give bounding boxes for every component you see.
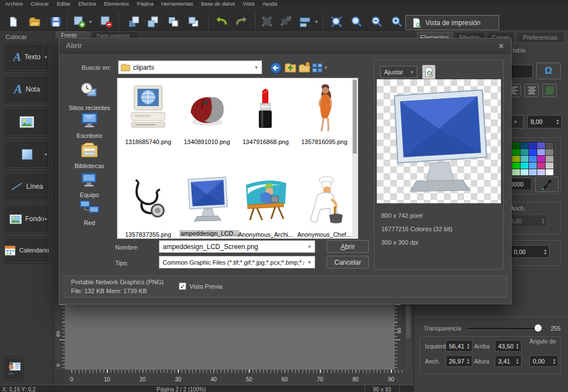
angle-spinner[interactable]: 0,00 ▲▼ xyxy=(529,355,558,367)
omega-button[interactable]: Ω xyxy=(536,63,561,79)
place-desktop[interactable]: Escritorio xyxy=(63,111,116,139)
zoom-out-button[interactable] xyxy=(370,15,384,28)
preview-zoom-button[interactable] xyxy=(422,65,436,79)
align-center-button[interactable] xyxy=(524,84,539,97)
add-page-dropdown[interactable]: ▼ xyxy=(88,20,93,25)
preview-checkbox[interactable]: ✓ xyxy=(179,283,186,290)
redo-button[interactable] xyxy=(235,15,248,28)
menu-item-elementos[interactable]: Elementos xyxy=(100,0,133,6)
file-item[interactable]: 1357816095.png xyxy=(297,83,352,146)
place-image-button[interactable] xyxy=(4,107,50,136)
menu-item-editar[interactable]: Editar xyxy=(53,0,74,6)
color-swatch[interactable] xyxy=(529,156,537,162)
color-swatch[interactable] xyxy=(546,142,553,149)
color-swatch[interactable] xyxy=(512,162,520,169)
file-item[interactable]: 1347916868.png xyxy=(238,83,293,146)
color-swatch[interactable] xyxy=(512,142,520,149)
transparency-slider-handle[interactable] xyxy=(534,324,542,332)
menu-item-ayuda[interactable]: Ayuda xyxy=(258,0,281,6)
eyedropper-button[interactable] xyxy=(535,176,558,192)
color-swatch[interactable] xyxy=(512,169,520,175)
bring-to-front-button[interactable] xyxy=(127,15,141,28)
menu-item-colocar[interactable]: Colocar xyxy=(27,0,53,6)
menu-item-página[interactable]: Página xyxy=(133,0,158,6)
menu-item-base-de-datos[interactable]: Base de datos xyxy=(197,0,239,6)
place-computer[interactable]: Equipo xyxy=(63,171,116,198)
fit-combobox[interactable]: Ajustar ▼ xyxy=(380,66,417,78)
spinner-arrows[interactable]: ▲▼ xyxy=(542,248,549,255)
delete-page-button[interactable] xyxy=(100,15,113,28)
bring-forward-button[interactable] xyxy=(167,15,180,28)
scrollbar-thumb[interactable] xyxy=(406,305,410,338)
file-item selected-file[interactable]: ampeddesign_LCD... xyxy=(179,173,234,238)
file-name-combobox[interactable]: ampeddesign_LCD_Screen.png ▼ xyxy=(159,240,315,253)
tab-preferencias[interactable]: Preferencias xyxy=(516,32,565,42)
place-text-dropdown[interactable]: ▼ xyxy=(42,43,49,71)
align-dropdown[interactable]: ▼ xyxy=(314,20,319,25)
open-button[interactable]: Abrir xyxy=(326,240,369,253)
new-document-button[interactable] xyxy=(7,15,20,28)
send-backward-button[interactable] xyxy=(187,15,200,28)
color-swatch[interactable] xyxy=(520,156,528,162)
color-swatch[interactable] xyxy=(520,149,528,155)
chevron-down-icon[interactable]: ▼ xyxy=(304,244,315,250)
place-background-dropdown[interactable]: ▼ xyxy=(42,205,49,233)
back-button[interactable] xyxy=(270,62,282,76)
color-swatch[interactable] xyxy=(537,142,545,149)
undo-button[interactable] xyxy=(215,15,228,28)
chevron-down-icon[interactable]: ▼ xyxy=(304,260,315,265)
color-swatch[interactable] xyxy=(520,162,528,169)
business-card-button[interactable] xyxy=(3,357,23,380)
place-line-button[interactable]: Línea xyxy=(4,172,50,201)
canvas-page[interactable] xyxy=(65,304,395,370)
spinner-arrows[interactable]: ▲▼ xyxy=(551,358,558,365)
send-to-back-button[interactable] xyxy=(146,15,160,28)
place-libraries[interactable]: Bibliotecas xyxy=(63,141,116,169)
menu-item-vista[interactable]: Vista xyxy=(239,0,258,6)
new-folder-button[interactable] xyxy=(299,62,310,76)
zoom-in-button[interactable] xyxy=(390,15,404,28)
scrollbar-thumb[interactable] xyxy=(353,80,357,154)
color-swatch[interactable] xyxy=(546,156,553,162)
left-spinner[interactable]: 56,41 ▲▼ xyxy=(446,340,472,352)
look-in-combobox[interactable]: cliparts ▼ xyxy=(118,60,262,74)
view-menu-button[interactable]: ▼ xyxy=(312,63,328,73)
color-swatch[interactable] xyxy=(537,169,545,175)
color-swatch[interactable] xyxy=(520,169,528,175)
dialog-titlebar[interactable]: Abrir ✕ xyxy=(59,39,511,54)
color-swatch[interactable] xyxy=(529,162,537,169)
color-swatch[interactable] xyxy=(529,169,537,175)
place-background-button[interactable]: Fondo ▼ xyxy=(4,204,50,233)
add-page-button[interactable] xyxy=(73,15,86,28)
align-justify-button[interactable] xyxy=(542,84,557,97)
height-spinner[interactable]: 3,41 ▲▼ xyxy=(495,355,522,367)
menu-item-efectos[interactable]: Efectos xyxy=(74,0,100,6)
spinner-arrows[interactable]: ▲▼ xyxy=(465,358,472,365)
open-file-button[interactable] xyxy=(28,15,41,28)
menu-item-herramientas[interactable]: Herramientas xyxy=(157,0,197,6)
color-swatch[interactable] xyxy=(546,169,553,175)
place-recent[interactable]: Sitios recientes xyxy=(63,82,116,111)
file-item[interactable]: Anonymous_Archi... xyxy=(238,175,293,239)
color-swatch[interactable] xyxy=(537,156,545,162)
zoom-fit-button[interactable] xyxy=(330,15,343,28)
color-swatch[interactable] xyxy=(546,149,553,155)
color-swatch[interactable] xyxy=(529,149,537,155)
color-swatch[interactable] xyxy=(512,156,520,162)
extra-spinner[interactable]: 0,00 ▲▼ xyxy=(510,245,550,258)
zoom-button[interactable] xyxy=(350,15,363,28)
chevron-down-icon[interactable]: ▼ xyxy=(251,65,262,70)
menu-item-archivo[interactable]: Archivo xyxy=(1,0,27,6)
close-icon[interactable]: ✕ xyxy=(498,42,504,50)
color-swatch[interactable] xyxy=(537,162,545,169)
print-preview-button[interactable]: Vista de impresión xyxy=(405,15,499,30)
save-button[interactable] xyxy=(49,15,63,28)
color-swatch[interactable] xyxy=(537,149,545,155)
file-item[interactable]: 1340891010.png xyxy=(179,83,234,146)
spinner-arrows[interactable]: ▲▼ xyxy=(465,343,472,350)
place-note-button[interactable]: A Nota xyxy=(4,75,50,104)
file-list-scrollbar[interactable] xyxy=(352,79,357,238)
color-swatch[interactable] xyxy=(546,162,553,169)
width-spinner[interactable]: 26,97 ▲▼ xyxy=(446,355,472,367)
spinner-arrows[interactable]: ▲▼ xyxy=(514,343,521,350)
